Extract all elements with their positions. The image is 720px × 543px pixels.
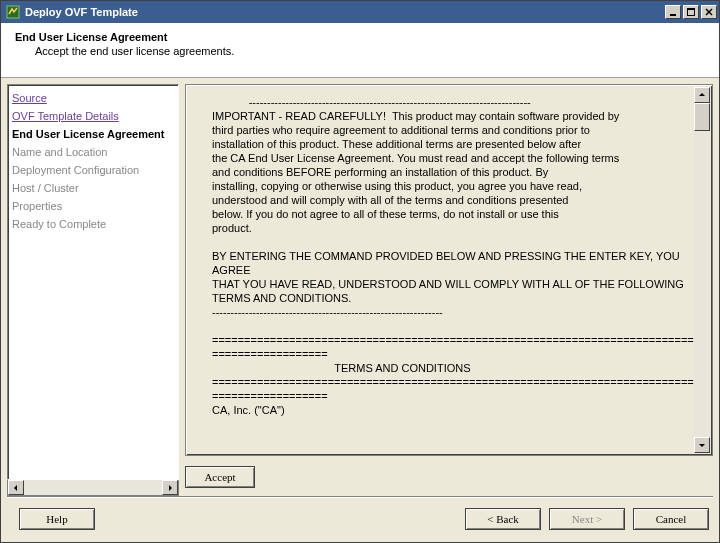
back-button[interactable]: < Back <box>465 508 541 530</box>
svg-rect-1 <box>670 14 676 16</box>
close-button[interactable] <box>701 5 717 19</box>
step-name-location: Name and Location <box>12 143 174 161</box>
sidebar-wrap: Source OVF Template Details End User Lic… <box>7 84 179 496</box>
step-source[interactable]: Source <box>12 89 174 107</box>
scroll-right-button[interactable] <box>162 480 178 495</box>
titlebar: Deploy OVF Template <box>1 1 719 23</box>
main-panel: ----------------------------------------… <box>185 84 713 496</box>
maximize-button[interactable] <box>683 5 699 19</box>
dialog-window: Deploy OVF Template End User License Agr… <box>0 0 720 543</box>
sidebar-hscrollbar[interactable] <box>7 480 179 496</box>
wizard-steps: Source OVF Template Details End User Lic… <box>7 84 179 480</box>
scroll-track[interactable] <box>24 480 162 495</box>
scroll-thumb[interactable] <box>694 103 710 131</box>
step-deployment-config: Deployment Configuration <box>12 161 174 179</box>
accept-row: Accept <box>185 456 713 496</box>
page-subtitle: Accept the end user license agreements. <box>35 45 705 57</box>
next-button: Next > <box>549 508 625 530</box>
step-ovf-template-details[interactable]: OVF Template Details <box>12 107 174 125</box>
scroll-left-button[interactable] <box>8 480 24 495</box>
page-title: End User License Agreement <box>15 31 705 43</box>
minimize-button[interactable] <box>665 5 681 19</box>
cancel-button[interactable]: Cancel <box>633 508 709 530</box>
wizard-footer: Help < Back Next > Cancel <box>1 498 719 542</box>
window-controls <box>665 5 717 19</box>
accept-button[interactable]: Accept <box>185 466 255 488</box>
svg-rect-3 <box>687 8 695 10</box>
scroll-track-vertical[interactable] <box>694 103 710 437</box>
eula-box: ----------------------------------------… <box>185 84 713 456</box>
wizard-body: Source OVF Template Details End User Lic… <box>1 78 719 496</box>
eula-vscrollbar[interactable] <box>694 87 710 453</box>
scroll-down-button[interactable] <box>694 437 710 453</box>
wizard-header: End User License Agreement Accept the en… <box>1 23 719 78</box>
step-eula: End User License Agreement <box>12 125 174 143</box>
step-properties: Properties <box>12 197 174 215</box>
help-button[interactable]: Help <box>19 508 95 530</box>
app-icon <box>5 4 21 20</box>
eula-text: ----------------------------------------… <box>188 87 694 453</box>
scroll-up-button[interactable] <box>694 87 710 103</box>
svg-rect-0 <box>7 6 19 18</box>
step-ready: Ready to Complete <box>12 215 174 233</box>
window-title: Deploy OVF Template <box>25 6 665 18</box>
step-host-cluster: Host / Cluster <box>12 179 174 197</box>
